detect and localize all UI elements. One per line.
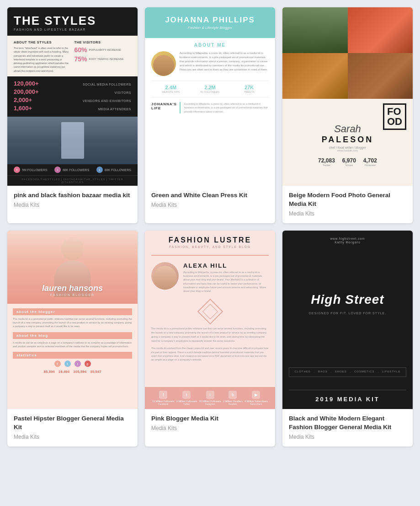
diamond-section: [145, 296, 275, 327]
instagram-icon: i: [74, 361, 81, 367]
avatar-row: According to Wikipedia, a press kit, oft…: [151, 51, 269, 76]
card-1-category: Media Kits: [14, 202, 131, 208]
tag-cosmetics: COSMETICS: [354, 370, 375, 374]
twitter-icon: t: [64, 361, 71, 367]
footer-text: FACEBOOK/THESTYLES | INSTAGRAM/THE_STYLE…: [14, 178, 131, 183]
card-2-thumbnail: JOHANNA PHILLIPS Fashion & Lifestyle Blo…: [145, 7, 275, 186]
blogger-icon: b: [229, 391, 237, 399]
stat2-label: VISITORS: [114, 91, 131, 94]
category-tags: CLOTHES · BAGS · SHOES · COSMETICS · LIF…: [289, 367, 406, 377]
facebook-icon: f: [54, 361, 61, 367]
card-grid: THE STYLES FASHION AND LIFESTYLE BAZAAR …: [7, 7, 413, 447]
facebook-icon: f: [159, 391, 167, 399]
food-img-2: [348, 7, 413, 53]
stat4-label: MEDIA ATTENDEES: [98, 108, 131, 111]
chef-website: www.foodah.com: [337, 149, 358, 152]
chef-desc: chef / food writer / blogger: [329, 146, 366, 149]
statistics-section: statistics f t i p 35,394 19,494: [13, 352, 132, 374]
card-4-title: Pastel Hipster Blogger General Media Kit: [14, 414, 131, 432]
foot-pct: 75%: [74, 55, 87, 63]
card-4-category: Media Kits: [14, 434, 131, 440]
thumb5-header: FASHION LUSTRE FASHION, BEAUTY, AND STYL…: [145, 231, 275, 252]
social-facebook: f 5M FOLLOWERS: [14, 167, 48, 173]
blogger-social: b 2 Million Readers Readers: [223, 391, 243, 405]
card-pastel-blogger[interactable]: lauren hansons FASHION BLOGGER about the…: [7, 231, 138, 447]
about-text: According to Wikipedia, a press kit, oft…: [180, 51, 269, 72]
card-1-info: pink and black fashion bazaar media kit …: [7, 186, 138, 215]
card-food-media[interactable]: FOOD Sarah PALESON chef / food writer / …: [282, 7, 413, 223]
high-street-title: High Street: [311, 292, 384, 307]
card-3-info: Beige Modern Food Photo General Media Ki…: [282, 186, 413, 223]
card-5-title: Pink Blogger Media Kit: [151, 414, 269, 423]
person-text: According to Wikipedia, a press kit, oft…: [183, 270, 269, 293]
social-stat-3: 4,702 Pinterest: [363, 157, 377, 167]
card-press-kit[interactable]: JOHANNA PHILLIPS Fashion & Lifestyle Blo…: [145, 7, 275, 223]
card-3-category: Media Kits: [289, 210, 406, 217]
tag-shoes: SHOES: [335, 370, 347, 374]
fashion-lustre-tagline: FASHION, BEAUTY, AND STYLE BLOG: [151, 245, 269, 248]
food-img-4: [348, 53, 413, 99]
card-2-info: Green and White Clean Press Kit Media Ki…: [145, 186, 275, 215]
social-stat-2: 6,970 Vimeo: [342, 157, 356, 167]
card-6-info: Black and White Modern Elegant Fashion B…: [282, 409, 413, 447]
card-2-title: Green and White Clean Press Kit: [151, 191, 269, 200]
food-img-3: [282, 53, 348, 99]
divider: [151, 255, 269, 256]
about-blog-header: about the blog: [13, 332, 132, 339]
person-info: ALEXA HILL According to Wikipedia, a pre…: [183, 262, 269, 293]
blogger-name-overlay: lauren hansons FASHION BLOGGER: [7, 284, 138, 296]
tag-lifestyle: LIFESTYLE: [382, 370, 401, 374]
card-fashion-bazaar[interactable]: THE STYLES FASHION AND LIFESTYLE BAZAAR …: [7, 7, 138, 223]
stat-website-hits: 2.4M WEBSITE HITS: [151, 85, 191, 93]
youtube-social: ▶ 4 Million Subscribers Subscribers: [245, 391, 268, 405]
card-4-info: Pastel Hipster Blogger General Media Kit…: [7, 409, 138, 447]
popularity-label: POPULARITY INCREASE: [89, 48, 121, 51]
body-text: The media kit is a promotional public re…: [145, 327, 275, 343]
avatar: [151, 51, 176, 76]
stats-header: statistics: [13, 352, 132, 359]
twitter-icon: t: [96, 167, 103, 173]
card-6-title: Black and White Modern Elegant Fashion B…: [289, 414, 406, 432]
youtube-icon: ▶: [252, 391, 260, 399]
about-blogger-text: The media kit is a promotional public re…: [13, 317, 132, 328]
stat2-num: 200,000+: [14, 88, 39, 95]
author-name: Kathy Morgans: [289, 241, 406, 244]
media-kit-label: 2019 MEDIA KIT: [289, 390, 406, 403]
brand-desc: Designed for fit. Loved for style.: [309, 312, 386, 315]
instagram-icon: i: [206, 391, 214, 399]
brand-subtitle: FASHION AND LIFESTYLE BAZAAR: [14, 28, 131, 31]
about-blogger-section: about the blogger The media kit is a pro…: [13, 308, 132, 328]
fashion-lustre-brand: FASHION LUSTRE: [151, 236, 269, 244]
social-instagram: i 88K FOLLOWERS: [54, 167, 89, 173]
tag-bags: BAGS: [318, 370, 328, 374]
popularity-pct: 60%: [74, 46, 87, 54]
social-stats: 72,083 Twitter 6,970 Vimeo 4,702 Pintere…: [318, 157, 377, 167]
stats-numbers: 35,394 19,494 105,594 35,547: [13, 370, 132, 374]
pinterest-icon: p: [85, 361, 91, 367]
stat-ig-followers: 2.2M IG FOLLOWERS: [191, 85, 230, 93]
stat4-num: 1,600+: [14, 105, 32, 112]
about-blogger-header: about the blogger: [13, 308, 132, 315]
card-3-title: Beige Modern Food Photo General Media Ki…: [289, 191, 406, 209]
card-pink-blogger[interactable]: FASHION LUSTRE FASHION, BEAUTY, AND STYL…: [145, 231, 275, 447]
food-img-1: [282, 7, 348, 53]
stat-tweets: 27K TWEETS: [229, 85, 269, 93]
johanna-name: JOHANNA PHILLIPS: [151, 16, 269, 25]
about-title: ABOUT THE STYLES: [14, 40, 71, 44]
thumb2-body: ABOUT ME According to Wikipedia, a press…: [145, 38, 275, 186]
thumb2-header: JOHANNA PHILLIPS Fashion & Lifestyle Blo…: [145, 7, 275, 38]
blog-section: JOHANNA'S LIFE According to Wikipedia, a…: [151, 102, 269, 113]
card-3-thumbnail: FOOD Sarah PALESON chef / food writer / …: [282, 7, 413, 186]
instagram-icon: i: [54, 167, 61, 173]
instagram-social: i 10 Million Followers Instagram: [199, 391, 221, 405]
body-text-2: The media kit evolved from the classic p…: [145, 346, 275, 364]
thumb4-top: lauren hansons FASHION BLOGGER: [7, 231, 138, 304]
about-blog-section: about the blog A media kit can be as sim…: [13, 332, 132, 349]
stats-row: 2.4M WEBSITE HITS 2.2M IG FOLLOWERS 27K …: [151, 81, 269, 97]
facebook-icon: f: [14, 167, 20, 173]
social-bar: f 12 Million Followers Facebook t 6 Mill…: [145, 387, 275, 409]
card-black-white[interactable]: www.highstreet.com Kathy Morgans High St…: [282, 231, 413, 447]
about-me-title: ABOUT ME: [151, 43, 269, 48]
blog-text: According to Wikipedia, a press kit, oft…: [184, 102, 269, 113]
brand-title: THE STYLES: [14, 15, 131, 27]
